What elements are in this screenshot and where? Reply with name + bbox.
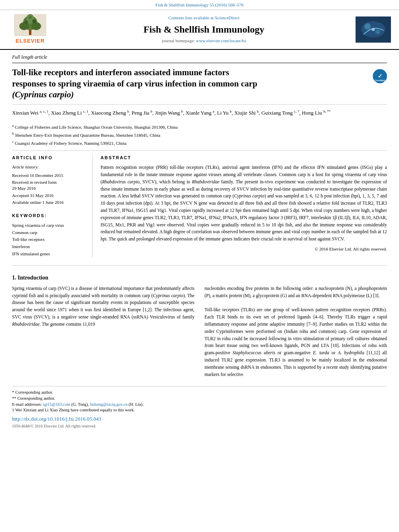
svg-rect-1: [29, 29, 31, 35]
sciencedirect-link[interactable]: ScienceDirect: [215, 15, 240, 20]
email-link-1[interactable]: tgt15@163.com: [43, 402, 70, 407]
keyword-2: Common carp: [12, 229, 86, 236]
svg-text:✓: ✓: [378, 73, 383, 79]
journal-homepage-link[interactable]: www.elsevier.com/locate/fsi: [196, 38, 246, 43]
journal-citation-bar: Fish & Shellfish Immunology 55 (2016) 56…: [0, 0, 399, 10]
content-area: Full length article Toll-like receptors …: [0, 50, 399, 429]
svg-point-4: [31, 22, 41, 30]
journal-title: Fish & Shellfish Immunology: [56, 23, 352, 37]
keywords-list: Spring viraemia of carp virus Common car…: [12, 222, 86, 257]
intro-title: 1. Introduction: [12, 274, 387, 282]
abstract-heading: ABSTRACT: [101, 155, 387, 161]
svg-point-13: [372, 28, 375, 31]
affil-b: b Shenzhen Entry-Exit Inspection and Qua…: [12, 131, 387, 139]
email-name-1: (G. Tong),: [71, 402, 89, 407]
corresponding-1: * Corresponding author.: [12, 390, 387, 396]
svg-point-6: [25, 21, 28, 24]
email-name-2: (H. Liu).: [129, 402, 144, 407]
svg-point-12: [375, 29, 380, 34]
elsevier-logo-area: ELSEVIER: [8, 14, 52, 45]
issn-line: 1050-4648/© 2016 Elsevier Ltd. All right…: [12, 423, 387, 429]
article-title-section: Toll-like receptors and interferon assoc…: [12, 63, 387, 105]
author-6: Xianle Yang a,: [185, 110, 217, 116]
journal-homepage: journal homepage: www.elsevier.com/locat…: [56, 38, 352, 44]
svg-point-3: [19, 22, 29, 30]
crossmark-badge[interactable]: ✓ CrossMark: [373, 69, 387, 83]
author-9: Guixiang Tong c, *,: [261, 110, 302, 116]
footnote-area: * Corresponding author. ** Corresponding…: [12, 386, 387, 415]
article-type: Full length article: [12, 50, 387, 64]
article-info-abstract: ARTICLE INFO Article history: Received 1…: [12, 151, 387, 261]
svg-point-11: [364, 23, 371, 30]
abstract-column: ABSTRACT Pattern recognition receptor (P…: [101, 155, 387, 257]
author-8: Xiujie Shi b,: [234, 110, 261, 116]
article-title-line3: (: [12, 90, 15, 99]
svg-text:CrossMark: CrossMark: [375, 79, 385, 82]
journal-cover-thumbnail: [356, 16, 391, 43]
email-line: E-mail addresses: tgt15@163.com (G. Tong…: [12, 402, 387, 408]
contrib-note: 1 Wei Xinxian and Li Xiao Zheng have con…: [12, 407, 387, 413]
copyright-line: © 2016 Elsevier Ltd. All rights reserved…: [101, 246, 387, 252]
author-3: Xiaocong Zheng b,: [91, 110, 132, 116]
corresponding-2: ** Corresponding author.: [12, 396, 387, 402]
affil-a: a College of Fisheries and Life Science,…: [12, 123, 387, 131]
author-5: Jinjin Wang b,: [155, 110, 185, 116]
svg-point-8: [29, 16, 32, 19]
keyword-3: Toll-like receptors: [12, 236, 86, 243]
email-link-2[interactable]: liuhong@szciq.gov.cn: [90, 402, 128, 407]
introduction-section: 1. Introduction Spring viraemia of carp …: [12, 270, 387, 382]
available-date: Available online 1 June 2016: [12, 199, 86, 205]
revised-date: Received in revised form29 May 2016: [12, 179, 86, 192]
keyword-5: IFN stimulated genes: [12, 251, 86, 258]
intro-left-col: Spring viraemia of carp (SVC) is a disea…: [12, 285, 195, 378]
intro-right-col: nucleotides encoding five proteins in th…: [205, 285, 387, 378]
keywords-heading: Keywords:: [12, 213, 86, 219]
abstract-text: Pattern recognition receptor (PRR) toll-…: [101, 164, 387, 243]
journal-title-area: Contents lists available at ScienceDirec…: [56, 15, 352, 44]
elsevier-wordmark: ELSEVIER: [16, 37, 45, 45]
doi-line[interactable]: http://dx.doi.org/10.1016/j.fsi.2016.05.…: [12, 415, 387, 423]
author-7: Li Yu b,: [217, 110, 234, 116]
author-10: Hong Liu b, **: [302, 110, 331, 116]
author-2: Xiao Zheng Li c, 1,: [51, 110, 91, 116]
article-title-line1: Toll-like receptors and interferon assoc…: [12, 68, 229, 77]
elsevier-tree-image: [14, 14, 46, 36]
keyword-4: Interferon: [12, 243, 86, 251]
svg-point-7: [32, 19, 36, 23]
article-title-line2: responses to spring viraemia of carp vir…: [12, 79, 257, 88]
authors-section: Xinxian Wei a, c, 1, Xiao Zheng Li c, 1,…: [12, 105, 387, 121]
article-title-species: Cyprinus carpio: [15, 90, 71, 99]
sciencedirect-info: Contents lists available at ScienceDirec…: [56, 15, 352, 21]
section-divider: [12, 265, 387, 266]
article-title: Toll-like receptors and interferon assoc…: [12, 67, 367, 100]
accepted-date: Accepted 31 May 2016: [12, 193, 86, 199]
keyword-1: Spring viraemia of carp virus: [12, 222, 86, 229]
received-date: Received 10 December 2015: [12, 173, 86, 179]
journal-citation: Fish & Shellfish Immunology 55 (2016) 56…: [156, 2, 244, 7]
article-info-heading: ARTICLE INFO: [12, 155, 86, 161]
affil-c: c Guangxi Academy of Fishery Science, Na…: [12, 139, 387, 147]
author-1: Xinxian Wei a, c, 1,: [12, 110, 51, 116]
article-history-label: Article history:: [12, 164, 86, 170]
journal-header: ELSEVIER Contents lists available at Sci…: [0, 10, 399, 49]
article-info-column: ARTICLE INFO Article history: Received 1…: [12, 155, 93, 257]
author-4: Peng Jia b,: [132, 110, 155, 116]
affiliations-section: a College of Fisheries and Life Science,…: [12, 121, 387, 151]
crossmark-icon: ✓ CrossMark: [373, 69, 387, 83]
intro-two-col: Spring viraemia of carp (SVC) is a disea…: [12, 285, 387, 378]
